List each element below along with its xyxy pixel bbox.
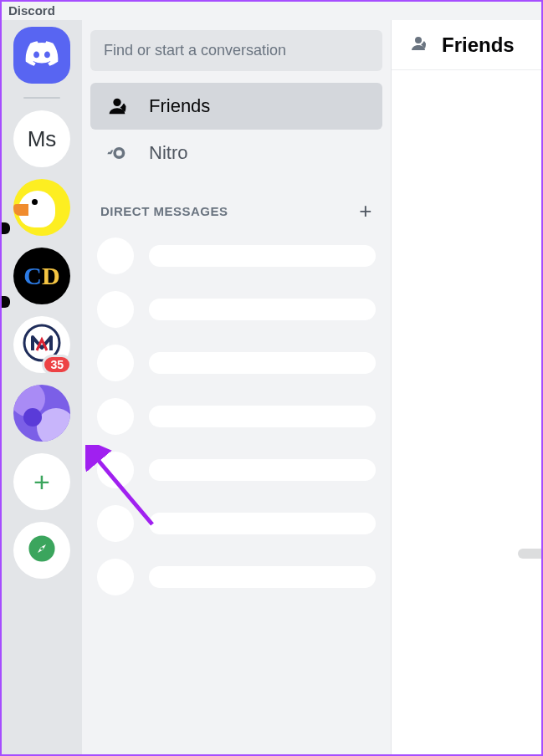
nav-label: Nitro (149, 142, 187, 164)
list-item[interactable] (97, 238, 376, 274)
plus-icon: + (33, 466, 50, 498)
rail-divider (23, 97, 60, 99)
server-goose[interactable] (13, 179, 70, 236)
create-dm-button[interactable]: + (359, 198, 372, 224)
nav-label: Friends (149, 95, 210, 117)
decor (37, 408, 70, 442)
list-item[interactable] (97, 559, 376, 595)
scroll-indicator (518, 549, 541, 559)
avatar (97, 238, 134, 274)
add-server-button[interactable]: + (13, 453, 70, 510)
avatar (97, 345, 134, 381)
search-placeholder: Find or start a conversation (104, 42, 286, 59)
server-nm[interactable]: 35 (13, 316, 70, 373)
server-ms[interactable]: Ms (13, 110, 70, 167)
name-placeholder (149, 406, 376, 427)
friends-icon (105, 94, 129, 118)
list-item[interactable] (97, 505, 376, 542)
name-placeholder (149, 513, 376, 534)
unread-pill (2, 296, 10, 308)
nitro-icon (105, 141, 129, 165)
server-purple[interactable] (13, 385, 70, 442)
list-item[interactable] (97, 452, 376, 488)
avatar (97, 559, 134, 595)
list-item[interactable] (97, 345, 376, 381)
search-input[interactable]: Find or start a conversation (90, 30, 382, 71)
explore-servers-button[interactable] (13, 522, 70, 579)
server-initials: Ms (28, 126, 57, 152)
list-item[interactable] (97, 291, 376, 328)
mention-badge: 35 (42, 355, 72, 375)
discord-logo-icon (25, 41, 59, 69)
server-cd[interactable]: CD (13, 248, 70, 304)
server-initials: CD (23, 262, 59, 290)
unread-pill (2, 222, 10, 234)
window-titlebar: Discord (2, 2, 541, 20)
compass-icon (28, 534, 56, 566)
avatar (97, 452, 134, 488)
svg-point-2 (40, 547, 44, 550)
page-title: Friends (442, 33, 515, 57)
avatar (97, 505, 134, 542)
friends-icon (408, 33, 428, 57)
nav-friends[interactable]: Friends (90, 83, 382, 130)
main-content: Friends (392, 20, 541, 754)
name-placeholder (149, 459, 376, 481)
name-placeholder (149, 299, 376, 320)
dm-column: Find or start a conversation Friends Nit… (82, 20, 392, 754)
nav-nitro[interactable]: Nitro (90, 130, 382, 176)
name-placeholder (149, 352, 376, 374)
list-item[interactable] (97, 398, 376, 435)
decor (23, 408, 42, 427)
dm-list (90, 232, 382, 600)
name-placeholder (149, 245, 376, 267)
home-button[interactable] (13, 27, 70, 84)
dm-section-header: DIRECT MESSAGES (100, 204, 228, 218)
avatar (97, 398, 134, 435)
content-header: Friends (392, 20, 541, 70)
name-placeholder (149, 566, 376, 588)
server-rail: Ms CD 35 (2, 20, 82, 754)
avatar (97, 291, 134, 328)
